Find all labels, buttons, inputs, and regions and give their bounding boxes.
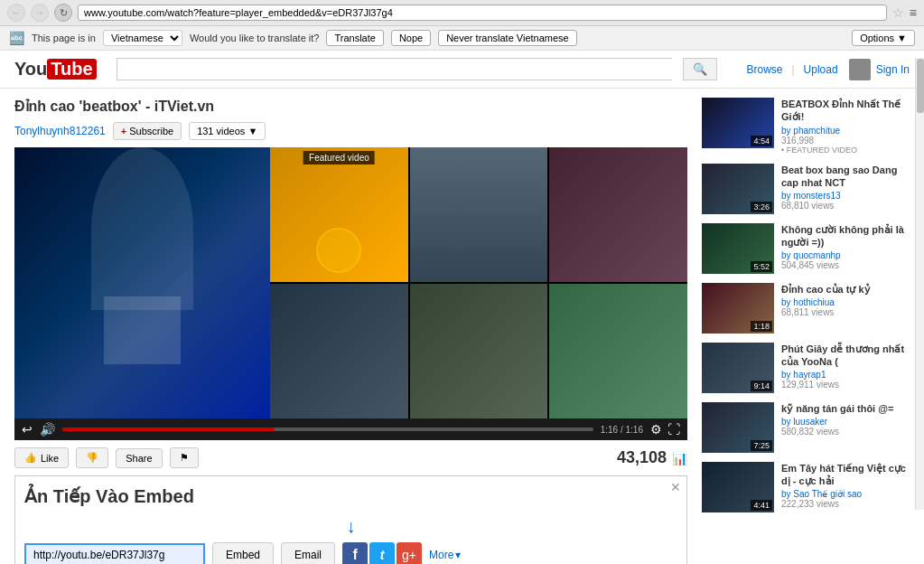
translate-button[interactable]: Translate <box>326 30 383 46</box>
facebook-icon[interactable]: f <box>342 542 368 564</box>
translate-question: Would you like to translate it? <box>190 33 319 43</box>
share-action-button[interactable]: Share <box>116 448 162 468</box>
progress-bar[interactable] <box>62 428 593 431</box>
related-duration-4: 9:14 <box>751 381 772 391</box>
upload-link[interactable]: Upload <box>804 63 838 76</box>
related-thumb-1: 3:26 <box>702 164 774 214</box>
youtube-logo[interactable]: YouTube <box>14 59 97 80</box>
menu-icon[interactable]: ≡ <box>910 5 917 20</box>
related-title-1: Beat box bang sao Dang cap nhat NCT <box>781 164 910 190</box>
share-label: Share <box>126 453 152 464</box>
related-views-3: 68,811 views <box>781 307 910 317</box>
channel-name[interactable]: Tonylhuynh812261 <box>14 125 106 137</box>
time-display: 1:16 / 1:16 <box>601 425 643 435</box>
more-social-button[interactable]: More ▾ <box>429 549 461 561</box>
related-views-0: 316,998 <box>781 136 910 146</box>
translate-options-button[interactable]: Options ▼ <box>852 30 915 46</box>
related-item-4[interactable]: 9:14 Phút Giây dễ thương nhất của YooNa … <box>702 343 910 393</box>
player-controls: ↩ 🔊 1:16 / 1:16 ⚙ ⛶ <box>14 418 687 440</box>
address-bar[interactable] <box>78 5 887 21</box>
nope-button[interactable]: Nope <box>391 30 431 46</box>
main-video-frame <box>14 147 270 418</box>
progress-fill <box>62 428 275 431</box>
related-duration-3: 1:18 <box>751 321 772 332</box>
email-button[interactable]: Email <box>281 542 335 564</box>
related-info-1: Beat box bang sao Dang cap nhat NCT by m… <box>781 164 910 214</box>
related-thumb-5: 7:25 <box>702 402 774 453</box>
like-button[interactable]: 👍 Like <box>14 447 69 468</box>
bookmark-icon[interactable]: ☆ <box>892 5 904 20</box>
player-featured[interactable]: Đỉnh cao 'beatbox' - iTViet.vn Share ▼ M… <box>14 147 687 418</box>
related-item-3[interactable]: 1:18 Đỉnh cao của tự kỷ by hothichiua 68… <box>702 283 910 334</box>
grid-thumb-1[interactable]: Featured video <box>270 147 408 282</box>
back-button[interactable]: ← <box>7 4 25 22</box>
related-duration-6: 4:41 <box>751 500 772 511</box>
flag-button[interactable]: ⚑ <box>170 447 199 468</box>
twitter-icon[interactable]: t <box>369 542 395 564</box>
related-item-1[interactable]: 3:26 Beat box bang sao Dang cap nhat NCT… <box>702 164 910 214</box>
popup-close-button[interactable]: ✕ <box>670 480 681 494</box>
settings-button[interactable]: ⚙ <box>650 422 662 437</box>
forward-button[interactable]: → <box>31 4 49 22</box>
googleplus-icon[interactable]: g+ <box>397 542 422 564</box>
related-videos-list: 4:54 BEATBOX Đỉnh Nhất Thế Giới! by pham… <box>702 98 910 512</box>
sign-in-label: Sign In <box>876 63 910 76</box>
video-grid: Featured video <box>270 147 687 418</box>
related-thumb-6: 4:41 <box>702 462 774 512</box>
dislike-button[interactable]: 👎 <box>76 447 108 468</box>
sign-in-button[interactable]: Sign In <box>849 59 910 80</box>
search-input[interactable] <box>117 58 673 80</box>
related-views-4: 129,911 views <box>781 380 910 390</box>
center-column: Đỉnh cao 'beatbox' - iTViet.vn Tonylhuyn… <box>14 98 687 564</box>
subscribe-label: Subscribe <box>129 126 173 136</box>
grid-thumb-6[interactable] <box>549 284 687 418</box>
related-item-6[interactable]: 4:41 Em Tây hát Tiếng Việt cực dị - cực … <box>702 462 910 512</box>
embed-popup-title: Ản Tiếp Vào Embed <box>24 485 677 507</box>
grid-thumb-2[interactable] <box>410 147 548 282</box>
related-item-2[interactable]: 5:52 Không cười không phải là người =)) … <box>702 223 910 274</box>
sidebar: 4:54 BEATBOX Đỉnh Nhất Thế Giới! by pham… <box>702 98 910 564</box>
related-thumb-2: 5:52 <box>702 223 774 274</box>
replay-button[interactable]: ↩ <box>22 422 33 437</box>
reload-button[interactable]: ↻ <box>54 4 72 22</box>
header-divider: | <box>791 63 794 76</box>
related-channel-4: by hayrap1 <box>781 370 910 380</box>
related-info-5: kỹ năng tán gái thôi @= by luusaker 580,… <box>781 402 910 453</box>
social-icons: f t g+ <box>342 542 422 564</box>
scrollbar[interactable] <box>915 58 924 510</box>
video-player[interactable]: Đỉnh cao 'beatbox' - iTViet.vn Share ▼ M… <box>14 147 687 440</box>
related-thumb-4: 9:14 <box>702 343 774 393</box>
related-duration-2: 5:52 <box>751 261 772 272</box>
url-input[interactable] <box>24 543 205 564</box>
translate-icon: 🔤 <box>9 31 24 45</box>
subscribe-button[interactable]: + Subscribe <box>113 122 182 140</box>
grid-thumb-5[interactable] <box>410 284 548 418</box>
related-info-4: Phút Giây dễ thương nhất của YooNa ( by … <box>781 343 910 393</box>
embed-arrow: ↓ <box>24 516 677 537</box>
translate-bar: 🔤 This page is in Vietnamese Would you l… <box>0 26 924 51</box>
related-info-6: Em Tây hát Tiếng Việt cực dị - cực hải b… <box>781 462 910 512</box>
logo-you: You <box>14 59 47 80</box>
related-views-6: 222,233 views <box>781 499 910 509</box>
related-badge-0: • FEATURED VIDEO <box>781 146 910 155</box>
embed-row: Embed Email f t g+ More ▾ <box>24 542 677 564</box>
related-duration-1: 3:26 <box>751 202 772 212</box>
scroll-thumb[interactable] <box>917 59 924 113</box>
fullscreen-button[interactable]: ⛶ <box>667 422 680 437</box>
grid-thumb-4[interactable] <box>270 284 408 418</box>
embed-popup: ✕ Ản Tiếp Vào Embed ↓ Embed Email f t g+… <box>14 475 687 564</box>
browse-link[interactable]: Browse <box>746 63 782 76</box>
volume-button[interactable]: 🔊 <box>40 422 55 437</box>
related-item-0[interactable]: 4:54 BEATBOX Đỉnh Nhất Thế Giới! by pham… <box>702 98 910 155</box>
related-thumb-0: 4:54 <box>702 98 774 148</box>
language-select[interactable]: Vietnamese <box>103 30 182 46</box>
grid-thumb-3[interactable] <box>549 147 687 282</box>
videos-count-button[interactable]: 131 videos ▼ <box>189 122 266 140</box>
never-translate-button[interactable]: Never translate Vietnamese <box>438 30 577 46</box>
featured-label: Featured video <box>303 151 375 164</box>
related-item-5[interactable]: 7:25 kỹ năng tán gái thôi @= by luusaker… <box>702 402 910 453</box>
search-button[interactable]: 🔍 <box>683 58 717 80</box>
action-bar: 👍 Like 👎 Share ⚑ 43,108 📊 <box>14 447 687 468</box>
embed-button[interactable]: Embed <box>212 542 274 564</box>
related-channel-0: by phamchitue <box>781 126 910 136</box>
